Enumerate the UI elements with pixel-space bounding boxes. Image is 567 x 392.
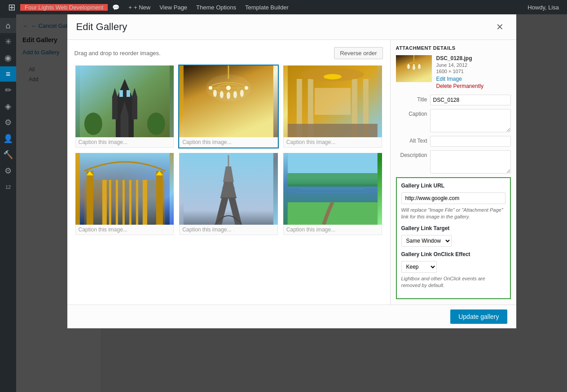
gallery-caption-3[interactable]: Caption this image... <box>283 137 382 148</box>
gallery-link-onclick-select[interactable]: Keep Remove <box>401 261 437 273</box>
gallery-caption-1[interactable]: Caption this image... <box>75 137 174 148</box>
svg-rect-1 <box>115 106 133 137</box>
sidebar-item-pages[interactable]: ≡ <box>0 66 16 82</box>
svg-rect-3 <box>119 90 123 97</box>
theme-options-link[interactable]: Theme Options <box>192 0 241 14</box>
svg-point-9 <box>84 113 102 135</box>
attachment-preview: DSC_0128.jpg June 14, 2012 1600 × 1071 E… <box>396 55 511 89</box>
svg-point-70 <box>413 64 415 66</box>
alt-text-input[interactable] <box>430 136 511 147</box>
gallery-item-1[interactable]: Caption this image... <box>75 65 175 148</box>
attachment-filename: DSC_0128.jpg <box>436 55 511 61</box>
modal-close-button[interactable]: ✕ <box>492 20 507 34</box>
new-label: + New <box>134 4 150 11</box>
view-page-link[interactable]: View Page <box>155 0 192 14</box>
admin-sidebar: ⌂ ✳ ◉ ≡ ✏ ◈ ⚙ 👤 🔨 ⚙ 12 <box>0 14 16 392</box>
gallery-link-target-heading: Gallery Link Target <box>401 225 505 231</box>
update-gallery-button[interactable]: Update gallery <box>450 309 507 324</box>
admin-bar: ⊞ Four Lights Web Development 💬 + + New … <box>0 0 567 14</box>
attachment-dimensions: 1600 × 1071 <box>436 69 511 74</box>
sidebar-item-dashboard[interactable]: ⌂ <box>0 18 16 33</box>
svg-rect-40 <box>142 180 147 225</box>
reverse-order-button[interactable]: Reverse order <box>334 47 382 59</box>
gallery-image-5 <box>179 153 278 225</box>
svg-point-67 <box>413 65 415 70</box>
gallery-caption-5[interactable]: Caption this image... <box>179 225 278 235</box>
svg-rect-44 <box>129 180 131 225</box>
svg-point-71 <box>418 64 420 66</box>
sidebar-item-comments[interactable]: ✏ <box>0 83 16 98</box>
new-button[interactable]: + + New <box>124 4 155 11</box>
modal-footer: Update gallery <box>67 305 516 328</box>
svg-rect-42 <box>115 180 118 225</box>
gallery-caption-2[interactable]: Caption this image... <box>179 137 278 148</box>
svg-point-10 <box>147 113 165 135</box>
svg-rect-37 <box>86 171 93 225</box>
gallery-item-2[interactable]: Caption this image... <box>178 65 279 148</box>
svg-rect-39 <box>102 180 106 225</box>
drag-hint: Drag and drop to reorder images. <box>75 50 161 57</box>
svg-rect-4 <box>126 90 130 97</box>
gallery-link-url-heading: Gallery Link URL <box>401 183 505 189</box>
svg-rect-41 <box>109 180 111 225</box>
svg-rect-58 <box>288 184 378 202</box>
svg-point-69 <box>408 64 409 66</box>
gallery-image-3 <box>283 65 382 137</box>
plus-icon: + <box>128 4 132 11</box>
svg-rect-32 <box>288 124 378 137</box>
gallery-grid: Caption this image... <box>75 65 383 236</box>
gallery-image-6 <box>283 153 382 225</box>
caption-textarea[interactable] <box>430 109 511 132</box>
svg-rect-45 <box>136 180 138 225</box>
gallery-item-6[interactable]: Caption this image... <box>282 152 383 236</box>
attachment-panel-title: ATTACHMENT DETAILS <box>396 45 511 51</box>
sidebar-item-posts[interactable]: ✳ <box>0 34 16 49</box>
title-input[interactable] <box>430 95 511 105</box>
modal-body: Drag and drop to reorder images. Reverse… <box>67 40 516 305</box>
alt-text-label: Alt Text <box>396 136 427 144</box>
caption-field-row: Caption <box>396 109 511 132</box>
gallery-image-4 <box>75 153 174 225</box>
main-content: ← ← Cancel Gallery Edit Gallery Add to G… <box>16 14 567 392</box>
sidebar-item-plugins[interactable]: ⚙ <box>0 115 16 130</box>
gallery-toolbar: Drag and drop to reorder images. Reverse… <box>75 47 383 59</box>
gallery-item-3[interactable]: Caption this image... <box>282 65 383 148</box>
gallery-caption-6[interactable]: Caption this image... <box>283 225 382 235</box>
site-name[interactable]: Four Lights Web Development <box>20 4 108 11</box>
gallery-link-onclick-heading: Gallery Link OnClick Effect <box>401 251 505 257</box>
gallery-item-5[interactable]: Caption this image... <box>178 152 279 236</box>
edit-image-link[interactable]: Edit Image <box>436 76 511 82</box>
delete-permanently-link[interactable]: Delete Permanently <box>436 83 511 89</box>
gallery-area: Drag and drop to reorder images. Reverse… <box>67 40 391 305</box>
gallery-item-4[interactable]: Caption this image... <box>75 152 175 236</box>
sidebar-item-tools[interactable]: 🔨 <box>0 147 16 162</box>
template-builder-link[interactable]: Template Builder <box>241 0 293 14</box>
gallery-link-url-input[interactable] <box>401 192 505 204</box>
comments-icon[interactable]: 💬 <box>108 0 124 14</box>
edit-gallery-modal: Edit Gallery ✕ Drag and drop to reorder … <box>67 14 516 328</box>
title-label: Title <box>396 95 427 103</box>
modal-header: Edit Gallery ✕ <box>67 14 516 40</box>
svg-rect-59 <box>288 173 378 187</box>
svg-rect-38 <box>156 171 163 225</box>
description-label: Description <box>396 150 427 158</box>
gallery-link-target-select[interactable]: Same Window New Window <box>401 235 452 247</box>
svg-rect-6 <box>132 97 137 119</box>
svg-rect-5 <box>112 97 117 119</box>
sidebar-item-custom[interactable]: 12 <box>0 179 16 195</box>
gallery-image-2 <box>179 65 278 137</box>
sidebar-item-media[interactable]: ◉ <box>0 50 16 65</box>
sidebar-item-settings[interactable]: ⚙ <box>0 163 16 179</box>
description-field-row: Description <box>396 150 511 174</box>
description-textarea[interactable] <box>430 150 511 174</box>
caption-label: Caption <box>396 109 427 117</box>
howdy-label: Howdy, Lisa <box>523 4 563 11</box>
gallery-link-onclick-help: Lightbox and other OnClick events are re… <box>401 275 505 289</box>
svg-point-25 <box>206 74 251 101</box>
attachment-info: DSC_0128.jpg June 14, 2012 1600 × 1071 E… <box>436 55 511 89</box>
gallery-caption-4[interactable]: Caption this image... <box>75 225 174 235</box>
sidebar-item-users[interactable]: 👤 <box>0 131 16 146</box>
alt-text-field-row: Alt Text <box>396 136 511 147</box>
sidebar-item-appearance[interactable]: ◈ <box>0 99 16 114</box>
wp-logo-icon[interactable]: ⊞ <box>4 2 20 13</box>
